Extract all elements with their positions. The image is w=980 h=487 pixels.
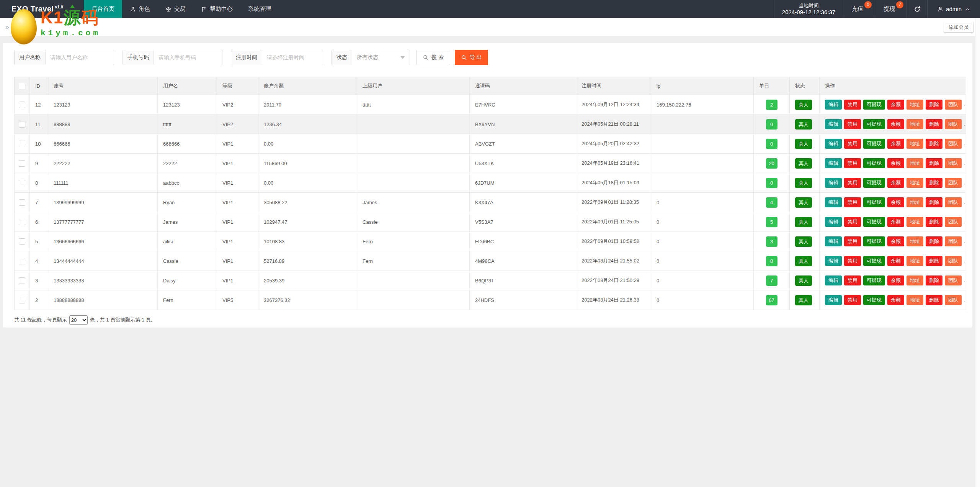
action-button-red[interactable]: 删除 bbox=[926, 139, 942, 149]
menu-item-roles[interactable]: 角色 bbox=[122, 0, 158, 18]
action-button-teal[interactable]: 编辑 bbox=[825, 100, 842, 110]
action-button-red[interactable]: 禁用 bbox=[844, 119, 861, 129]
action-button-red[interactable]: 余额 bbox=[887, 100, 904, 110]
action-button-red[interactable]: 删除 bbox=[926, 236, 942, 246]
action-button-orange[interactable]: 地址 bbox=[906, 158, 923, 168]
action-button-red[interactable]: 禁用 bbox=[844, 217, 861, 227]
action-button-orange[interactable]: 地址 bbox=[906, 178, 923, 188]
action-button-orange[interactable]: 团队 bbox=[945, 275, 962, 285]
action-button-green[interactable]: 可提现 bbox=[863, 256, 885, 266]
status-select[interactable]: 所有状态 bbox=[352, 50, 410, 65]
action-button-red[interactable]: 余额 bbox=[887, 158, 904, 168]
action-button-red[interactable]: 余额 bbox=[887, 139, 904, 149]
more-actions-button[interactable]: ... bbox=[964, 297, 966, 303]
row-checkbox[interactable] bbox=[19, 199, 25, 206]
admin-user-menu[interactable]: admin bbox=[927, 0, 980, 18]
action-button-teal[interactable]: 编辑 bbox=[825, 295, 842, 305]
row-checkbox[interactable] bbox=[19, 141, 25, 147]
username-input[interactable] bbox=[46, 50, 114, 65]
action-button-green[interactable]: 可提现 bbox=[863, 295, 885, 305]
action-button-orange[interactable]: 团队 bbox=[945, 139, 962, 149]
menu-item-dashboard[interactable]: 后台首页 bbox=[84, 0, 122, 18]
action-button-teal[interactable]: 编辑 bbox=[825, 178, 842, 188]
action-button-orange[interactable]: 地址 bbox=[906, 139, 923, 149]
action-button-green[interactable]: 可提现 bbox=[863, 236, 885, 246]
action-button-teal[interactable]: 编辑 bbox=[825, 236, 842, 246]
action-button-red[interactable]: 禁用 bbox=[844, 275, 861, 285]
reg-time-input[interactable] bbox=[262, 50, 323, 65]
recharge-button[interactable]: 充值 0 bbox=[843, 0, 875, 18]
action-button-red[interactable]: 余额 bbox=[887, 197, 904, 207]
action-button-green[interactable]: 可提现 bbox=[863, 100, 885, 110]
add-member-button[interactable]: 添加会员 bbox=[944, 22, 973, 33]
row-checkbox[interactable] bbox=[19, 258, 25, 264]
action-button-red[interactable]: 禁用 bbox=[844, 158, 861, 168]
action-button-orange[interactable]: 团队 bbox=[945, 295, 962, 305]
action-button-orange[interactable]: 地址 bbox=[906, 236, 923, 246]
action-button-red[interactable]: 禁用 bbox=[844, 139, 861, 149]
export-button[interactable]: 导 出 bbox=[455, 50, 488, 65]
action-button-teal[interactable]: 编辑 bbox=[825, 139, 842, 149]
action-button-red[interactable]: 余额 bbox=[887, 275, 904, 285]
row-checkbox[interactable] bbox=[19, 238, 25, 245]
action-button-red[interactable]: 余额 bbox=[887, 256, 904, 266]
action-button-red[interactable]: 删除 bbox=[926, 119, 942, 129]
action-button-red[interactable]: 余额 bbox=[887, 217, 904, 227]
action-button-green[interactable]: 可提现 bbox=[863, 139, 885, 149]
more-actions-button[interactable]: ... bbox=[964, 141, 966, 146]
action-button-red[interactable]: 删除 bbox=[926, 100, 942, 110]
menu-item-transactions[interactable]: 交易 bbox=[158, 0, 193, 18]
action-button-red[interactable]: 余额 bbox=[887, 236, 904, 246]
action-button-green[interactable]: 可提现 bbox=[863, 178, 885, 188]
select-all-checkbox[interactable] bbox=[19, 83, 25, 89]
action-button-orange[interactable]: 地址 bbox=[906, 295, 923, 305]
phone-input[interactable] bbox=[154, 50, 222, 65]
action-button-orange[interactable]: 团队 bbox=[945, 217, 962, 227]
action-button-red[interactable]: 删除 bbox=[926, 256, 942, 266]
action-button-teal[interactable]: 编辑 bbox=[825, 256, 842, 266]
more-actions-button[interactable]: ... bbox=[964, 180, 966, 185]
action-button-green[interactable]: 可提现 bbox=[863, 119, 885, 129]
row-checkbox[interactable] bbox=[19, 121, 25, 128]
action-button-orange[interactable]: 地址 bbox=[906, 119, 923, 129]
action-button-orange[interactable]: 地址 bbox=[906, 100, 923, 110]
action-button-red[interactable]: 删除 bbox=[926, 295, 942, 305]
menu-item-system[interactable]: 系统管理 bbox=[240, 0, 279, 18]
action-button-teal[interactable]: 编辑 bbox=[825, 197, 842, 207]
row-checkbox[interactable] bbox=[19, 297, 25, 303]
action-button-red[interactable]: 禁用 bbox=[844, 178, 861, 188]
action-button-red[interactable]: 删除 bbox=[926, 217, 942, 227]
menu-item-help-center[interactable]: 帮助中心 bbox=[193, 0, 240, 18]
action-button-red[interactable]: 余额 bbox=[887, 178, 904, 188]
action-button-green[interactable]: 可提现 bbox=[863, 217, 885, 227]
action-button-orange[interactable]: 团队 bbox=[945, 256, 962, 266]
action-button-red[interactable]: 余额 bbox=[887, 295, 904, 305]
action-button-orange[interactable]: 团队 bbox=[945, 178, 962, 188]
action-button-teal[interactable]: 编辑 bbox=[825, 275, 842, 285]
action-button-red[interactable]: 删除 bbox=[926, 178, 942, 188]
action-button-red[interactable]: 禁用 bbox=[844, 295, 861, 305]
action-button-red[interactable]: 禁用 bbox=[844, 256, 861, 266]
withdraw-button[interactable]: 提现 7 bbox=[875, 0, 906, 18]
more-actions-button[interactable]: ... bbox=[964, 238, 966, 244]
action-button-red[interactable]: 禁用 bbox=[844, 197, 861, 207]
row-checkbox[interactable] bbox=[19, 102, 25, 108]
action-button-green[interactable]: 可提现 bbox=[863, 275, 885, 285]
row-checkbox[interactable] bbox=[19, 180, 25, 186]
action-button-orange[interactable]: 团队 bbox=[945, 119, 962, 129]
more-actions-button[interactable]: ... bbox=[964, 219, 966, 225]
action-button-red[interactable]: 余额 bbox=[887, 119, 904, 129]
more-actions-button[interactable]: ... bbox=[964, 199, 966, 205]
action-button-orange[interactable]: 团队 bbox=[945, 197, 962, 207]
action-button-green[interactable]: 可提现 bbox=[863, 158, 885, 168]
action-button-green[interactable]: 可提现 bbox=[863, 197, 885, 207]
action-button-orange[interactable]: 地址 bbox=[906, 275, 923, 285]
action-button-red[interactable]: 删除 bbox=[926, 275, 942, 285]
action-button-red[interactable]: 禁用 bbox=[844, 100, 861, 110]
more-actions-button[interactable]: ... bbox=[964, 160, 966, 166]
more-actions-button[interactable]: ... bbox=[964, 277, 966, 283]
action-button-orange[interactable]: 团队 bbox=[945, 236, 962, 246]
action-button-orange[interactable]: 团队 bbox=[945, 100, 962, 110]
search-button[interactable]: 搜 索 bbox=[416, 50, 450, 65]
row-checkbox[interactable] bbox=[19, 277, 25, 284]
